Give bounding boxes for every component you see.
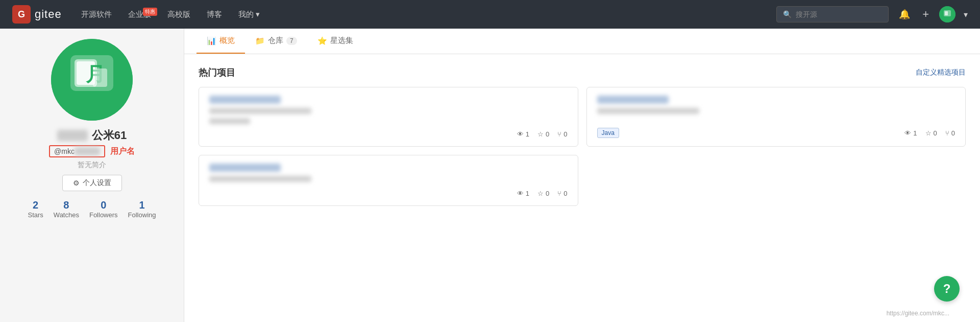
watch-count: 1 xyxy=(913,129,917,137)
watch-count: 1 xyxy=(526,130,529,138)
nav-item-opensource[interactable]: 开源软件 xyxy=(74,6,119,24)
star-count: 0 xyxy=(934,129,937,137)
project-desc-blur xyxy=(209,108,311,114)
overview-icon: 📊 xyxy=(207,36,216,45)
username-label: 用户名 xyxy=(110,146,135,157)
bottom-url: https://gitee.com/mkc... xyxy=(887,310,949,317)
star-stat: ☆ 0 xyxy=(925,129,937,137)
project-card: 👁 1 ☆ 0 ⑂ 0 xyxy=(199,87,578,147)
star-stat: ☆ 0 xyxy=(537,190,549,197)
project-name-blur xyxy=(209,164,281,172)
project-card: Java 👁 1 ☆ 0 ⑂ 0 xyxy=(586,87,966,147)
watch-stat: 👁 1 xyxy=(517,130,529,138)
star-icon: ☆ xyxy=(925,129,932,137)
stat-watches[interactable]: 8 Watches xyxy=(54,199,79,219)
notification-bell-icon[interactable]: 🔔 xyxy=(897,7,912,22)
content-area: 热门项目 自定义精选项目 👁 1 xyxy=(184,54,980,322)
stat-stars[interactable]: 2 Stars xyxy=(28,199,43,219)
section-header: 热门项目 自定义精选项目 xyxy=(199,66,966,79)
nav-links: 开源软件 企业版 特惠 高校版 博客 我的 ▾ xyxy=(74,6,267,24)
watch-icon: 👁 xyxy=(904,129,911,137)
fork-count: 0 xyxy=(564,190,567,197)
right-content: 📊 概览 📁 仓库 7 ⭐ 星选集 热门项目 自定义精选项目 xyxy=(184,29,980,322)
project-card-bottom: 👁 1 ☆ 0 ⑂ 0 xyxy=(209,190,568,197)
fork-stat: ⑂ 0 xyxy=(557,190,567,197)
projects-grid: 👁 1 ☆ 0 ⑂ 0 xyxy=(199,87,966,206)
nav-item-blog[interactable]: 博客 xyxy=(200,6,229,24)
tab-stars[interactable]: ⭐ 星选集 xyxy=(307,29,363,54)
star-count: 0 xyxy=(546,190,549,197)
profile-sidebar: 月 公米61 @mkc 用户名 暂无简介 ⚙ 个人设置 2 Stars xyxy=(0,29,184,322)
fork-count: 0 xyxy=(564,130,567,138)
nav-item-enterprise[interactable]: 企业版 特惠 xyxy=(121,6,158,24)
project-card-top xyxy=(597,96,955,114)
star-icon: ☆ xyxy=(537,130,544,138)
plus-icon[interactable]: + xyxy=(920,6,931,23)
following-count: 1 xyxy=(139,199,144,211)
watch-stat: 👁 1 xyxy=(904,129,917,137)
profile-name-blur xyxy=(57,130,88,141)
username-row: @mkc 用户名 xyxy=(49,145,135,157)
fork-stat: ⑂ 0 xyxy=(945,129,955,137)
profile-bio: 暂无简介 xyxy=(78,160,106,170)
fork-icon: ⑂ xyxy=(945,129,949,137)
stat-following[interactable]: 1 Following xyxy=(128,199,156,219)
user-dropdown-icon[interactable]: ▾ xyxy=(964,10,968,19)
following-label: Following xyxy=(128,211,156,219)
search-box[interactable]: 🔍 xyxy=(776,6,889,22)
project-card-bottom: 👁 1 ☆ 0 ⑂ 0 xyxy=(209,130,568,138)
project-desc-blur2 xyxy=(209,118,250,124)
search-icon: 🔍 xyxy=(783,10,792,18)
project-name-blur xyxy=(597,96,669,104)
watch-stat: 👁 1 xyxy=(517,190,529,197)
project-desc-blur xyxy=(209,176,311,182)
stars-count: 2 xyxy=(33,199,38,211)
logo-icon: G xyxy=(12,5,31,24)
followers-label: Followers xyxy=(89,211,118,219)
watches-count: 8 xyxy=(63,199,69,211)
watches-label: Watches xyxy=(54,211,79,219)
language-badge: Java xyxy=(597,128,619,138)
nav-item-mine[interactable]: 我的 ▾ xyxy=(231,6,267,24)
stars-icon: ⭐ xyxy=(317,36,327,45)
search-input[interactable] xyxy=(796,10,882,18)
enterprise-badge: 特惠 xyxy=(143,8,157,16)
svg-rect-2 xyxy=(945,11,948,15)
followers-count: 0 xyxy=(101,199,106,211)
repos-icon: 📁 xyxy=(255,36,265,45)
logo[interactable]: G gitee xyxy=(12,5,62,24)
dropdown-chevron-icon: ▾ xyxy=(256,10,260,19)
tabs-bar: 📊 概览 📁 仓库 7 ⭐ 星选集 xyxy=(184,29,980,54)
user-avatar-nav[interactable] xyxy=(939,6,955,22)
fork-count: 0 xyxy=(951,129,955,137)
username-blur xyxy=(75,147,100,155)
fork-stat: ⑂ 0 xyxy=(557,130,567,138)
tab-repos[interactable]: 📁 仓库 7 xyxy=(245,29,307,54)
star-stat: ☆ 0 xyxy=(537,130,549,138)
stat-followers[interactable]: 0 Followers xyxy=(89,199,118,219)
profile-display-name: 公米61 xyxy=(92,128,127,143)
tab-overview[interactable]: 📊 概览 xyxy=(197,29,245,54)
help-fab[interactable]: ? xyxy=(934,276,960,302)
project-card-bottom: Java 👁 1 ☆ 0 ⑂ 0 xyxy=(597,128,955,138)
user-avatar-large: 月 xyxy=(51,39,133,121)
customize-projects-link[interactable]: 自定义精选项目 xyxy=(916,68,966,77)
stats-row: 2 Stars 8 Watches 0 Followers 1 Followin… xyxy=(28,199,156,219)
project-card-top xyxy=(209,164,568,182)
project-desc-blur xyxy=(597,108,699,114)
profile-name-row: 公米61 xyxy=(57,128,127,143)
settings-button[interactable]: ⚙ 个人设置 xyxy=(62,175,122,191)
repos-count-badge: 7 xyxy=(286,37,297,45)
stars-label: Stars xyxy=(28,211,43,219)
project-name-blur xyxy=(209,96,281,104)
nav-item-university[interactable]: 高校版 xyxy=(160,6,198,24)
project-card-top xyxy=(209,96,568,124)
star-count: 0 xyxy=(546,130,549,138)
settings-gear-icon: ⚙ xyxy=(73,179,80,187)
watch-icon: 👁 xyxy=(517,190,524,197)
watch-count: 1 xyxy=(526,190,529,197)
fork-icon: ⑂ xyxy=(557,190,561,197)
fork-icon: ⑂ xyxy=(557,130,561,138)
username-box: @mkc xyxy=(49,145,105,157)
svg-rect-8 xyxy=(93,68,107,87)
